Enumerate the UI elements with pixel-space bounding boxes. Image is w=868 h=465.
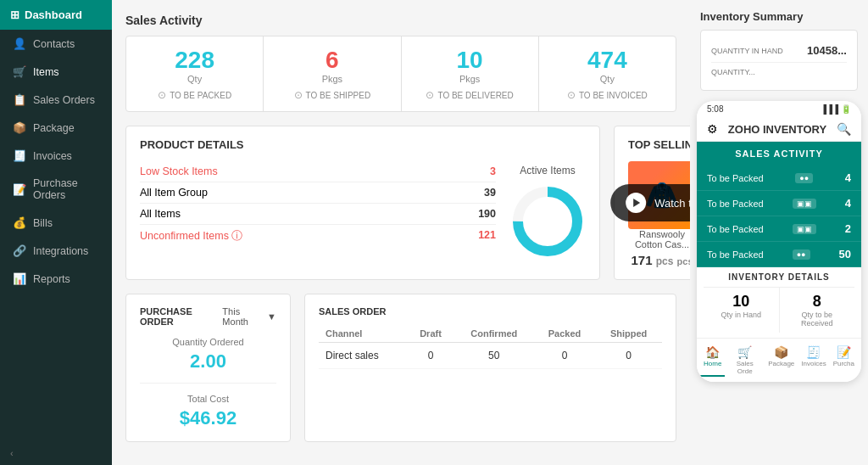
sa-delivered-unit: Pkgs [415, 74, 525, 84]
inv-row-qty2: QUANTITY... [711, 63, 847, 81]
gear-icon[interactable]: ⚙ [707, 122, 718, 136]
ts-item-1-unit: pcs [656, 255, 674, 267]
po-qty-label: Quantity Ordered [140, 337, 276, 347]
phone-inv-item-1: 10 Qty in Hand [704, 288, 780, 333]
sidebar-item-items[interactable]: 🛒 Items [0, 58, 112, 86]
sidebar-contacts-label: Contacts [33, 38, 75, 50]
invoices-nav-icon: 🧾 [801, 345, 826, 359]
video-overlay[interactable]: Watch the overview video [610, 184, 690, 221]
purchase-nav-icon: 📝 [833, 345, 854, 359]
sidebar-sales-orders-label: Sales Orders [33, 94, 95, 106]
phone-row-4[interactable]: To be Packed ●● 50 [697, 242, 861, 267]
play-button[interactable] [626, 193, 646, 213]
phone-nav-home[interactable]: 🏠 Home [700, 344, 725, 377]
bills-icon: 💰 [13, 216, 26, 229]
phone-nav-package[interactable]: 📦 Package [765, 344, 798, 377]
phone-row-3-tag: ▣▣ [793, 224, 816, 234]
sidebar-item-integrations[interactable]: 🔗 Integrations [0, 237, 112, 265]
inv-qty2-label: QUANTITY... [711, 68, 755, 76]
so-table-header: Channel Draft Confirmed Packed Shipped [319, 325, 662, 343]
inv-qty-hand-label: QUANTITY IN HAND [711, 47, 783, 55]
sidebar-item-contacts[interactable]: 👤 Contacts [0, 30, 112, 58]
sa-card-packed[interactable]: 228 Qty ⊙ TO BE PACKED [126, 36, 264, 111]
sidebar-item-purchase-orders[interactable]: 📝 Purchase Orders [0, 170, 112, 209]
so-channel: Direct sales [319, 343, 407, 369]
all-items-label: All Items [140, 208, 181, 220]
phone-status-bar: 5:08 ▐▐▐ 🔋 [697, 101, 861, 117]
unconfirmed-label: Unconfirmed Items ⓘ [140, 229, 242, 244]
sidebar-item-sales-orders[interactable]: 📋 Sales Orders [0, 86, 112, 114]
po-metric-cost: Total Cost $46.92 [140, 394, 276, 429]
phone-row-1-count: 4 [845, 171, 851, 184]
product-details-card: PRODUCT DETAILS Low Stock Items 3 All It… [125, 126, 600, 280]
pd-row-unconfirmed[interactable]: Unconfirmed Items ⓘ 121 [140, 225, 496, 248]
phone-row-4-tag: ●● [793, 249, 810, 260]
po-cost-label: Total Cost [140, 394, 276, 404]
sa-shipped-unit: Pkgs [277, 74, 387, 84]
phone-inv-num-1: 10 [709, 293, 774, 311]
sa-packed-unit: Qty [140, 74, 249, 84]
sa-card-shipped[interactable]: 6 Pkgs ⊙ TO BE SHIPPED [264, 36, 401, 111]
pd-row-all-items[interactable]: All Items 190 [140, 204, 496, 225]
sa-shipped-value: 6 [277, 47, 387, 74]
inventory-summary-card: QUANTITY IN HAND 10458... QUANTITY... [700, 30, 858, 91]
all-items-value: 190 [478, 208, 496, 220]
phone-nav-invoices[interactable]: 🧾 Invoices [798, 344, 829, 377]
sidebar-dashboard-header[interactable]: ⊞ Dashboard [0, 0, 112, 30]
phone-content: SALES ACTIVITY To be Packed ●● 4 To be P… [697, 142, 861, 338]
collapse-icon: ‹ [10, 448, 14, 458]
top-selling-card: TOP SELLING ITEMS 🧥 Ranswooly Cotton Cas… [614, 126, 690, 280]
pd-row-item-group[interactable]: All Item Group 39 [140, 182, 496, 204]
integrations-icon: 🔗 [13, 244, 26, 257]
sidebar-item-invoices[interactable]: 🧾 Invoices [0, 142, 112, 170]
pd-row-low-stock[interactable]: Low Stock Items 3 [140, 161, 496, 182]
so-draft: 0 [407, 343, 453, 369]
sa-card-invoiced[interactable]: 474 Qty ⊙ TO BE INVOICED [539, 36, 676, 111]
sa-packed-value: 228 [140, 47, 249, 74]
so-table: Channel Draft Confirmed Packed Shipped D… [319, 325, 662, 369]
phone-nav-sales[interactable]: 🛒 Sales Orde [725, 344, 765, 377]
phone-row-2-count: 4 [845, 197, 851, 210]
sidebar-item-bills[interactable]: 💰 Bills [0, 209, 112, 237]
inventory-summary-title: Inventory Summary [700, 10, 858, 23]
phone-row-2[interactable]: To be Packed ▣▣ 4 [697, 191, 861, 216]
bottom-row: PURCHASE ORDER This Month ▼ Quantity Ord… [125, 294, 676, 442]
po-title: PURCHASE ORDER [140, 306, 222, 327]
sa-card-delivered[interactable]: 10 Pkgs ⊙ TO BE DELIVERED [402, 36, 539, 111]
sidebar-item-reports[interactable]: 📊 Reports [0, 265, 112, 293]
items-icon: 🛒 [13, 65, 26, 78]
item-group-label: All Item Group [140, 187, 208, 199]
sidebar-reports-label: Reports [33, 273, 70, 285]
sales-order-card: SALES ORDER Channel Draft Confirmed Pack… [304, 294, 676, 442]
product-details-title: PRODUCT DETAILS [140, 138, 586, 151]
phone-nav-purchase[interactable]: 📝 Purcha [830, 344, 858, 377]
phone-row-1[interactable]: To be Packed ●● 4 [697, 165, 861, 191]
so-shipped: 0 [595, 343, 662, 369]
phone-row-3-label: To be Packed [707, 224, 764, 234]
search-icon[interactable]: 🔍 [837, 122, 851, 136]
invoices-icon: 🧾 [13, 149, 26, 162]
po-period[interactable]: This Month ▼ [222, 306, 276, 327]
sa-invoiced-value: 474 [553, 47, 662, 74]
phone-sales-activity-title: SALES ACTIVITY [697, 142, 861, 165]
so-title: SALES ORDER [319, 306, 662, 317]
sales-activity-title: Sales Activity [125, 14, 676, 27]
phone-inv-label-2: Qty to be Received [785, 311, 850, 328]
th-confirmed: Confirmed [454, 325, 534, 343]
video-label: Watch the overview video [654, 197, 690, 210]
so-row-direct-sales[interactable]: Direct sales 0 50 0 0 [319, 343, 662, 369]
phone-nav: 🏠 Home 🛒 Sales Orde 📦 Package 🧾 Invoices… [697, 338, 861, 382]
sidebar-item-package[interactable]: 📦 Package [0, 114, 112, 142]
main-content: Sales Activity 228 Qty ⊙ TO BE PACKED 6 … [112, 0, 690, 465]
phone-row-1-label: To be Packed [707, 173, 764, 183]
sa-shipped-label: ⊙ TO BE SHIPPED [277, 89, 387, 101]
dashboard-icon: ⊞ [10, 8, 19, 21]
th-channel: Channel [319, 325, 407, 343]
sidebar-dashboard-label: Dashboard [25, 8, 82, 21]
package-nav-icon: 📦 [768, 345, 794, 359]
mid-row: PRODUCT DETAILS Low Stock Items 3 All It… [125, 126, 676, 280]
sidebar-collapse-button[interactable]: ‹ [0, 441, 112, 465]
sidebar-package-label: Package [33, 122, 75, 134]
top-selling-title: TOP SELLING ITEMS [628, 138, 690, 151]
phone-row-3[interactable]: To be Packed ▣▣ 2 [697, 216, 861, 242]
